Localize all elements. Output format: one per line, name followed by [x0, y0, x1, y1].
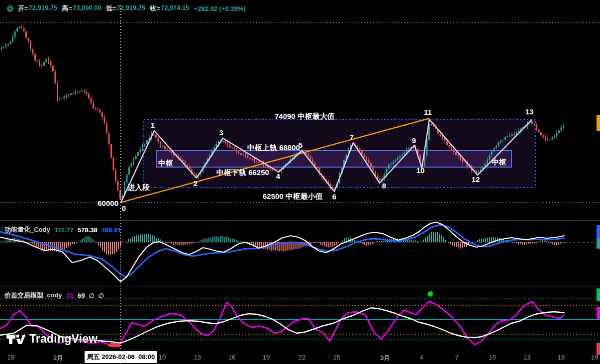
time-axis-label: 10: [159, 354, 166, 361]
chart-label: 13: [525, 107, 534, 116]
time-axis-label: 3月: [380, 354, 390, 363]
time-axis-label: 13: [523, 354, 530, 361]
chart-label: 62500 中枢最小值: [263, 192, 323, 200]
time-axis-label: 4: [419, 354, 423, 361]
chart-label: 中枢: [492, 158, 506, 166]
chart-label: 中枢: [158, 159, 173, 167]
chart-label: 1: [151, 121, 155, 129]
chart-canvas[interactable]: 01234567891011121374090 中枢最大值中枢上轨 68800中…: [0, 0, 600, 364]
chart-label: 0: [122, 204, 126, 212]
time-axis-label: 25: [333, 354, 340, 361]
time-axis-label: 22: [299, 354, 305, 361]
green-signal-dot: [428, 291, 433, 297]
time-axis-label: 10: [489, 354, 496, 361]
red-signal-capsule: [108, 343, 120, 347]
chart-label: 进入段: [127, 183, 150, 191]
time-axis[interactable]: 282月1013161922253月4710131619: [0, 350, 600, 364]
time-axis-label: 7: [455, 354, 458, 361]
time-axis-label: 2月: [53, 354, 63, 363]
chart-label: 74090 中枢最大值: [275, 112, 335, 120]
time-axis-label: 16: [558, 354, 565, 361]
chart-label: 3: [219, 128, 223, 137]
chart-label: 4: [276, 172, 281, 181]
chart-label: 2: [194, 179, 198, 187]
momentum-panel[interactable]: [0, 222, 600, 281]
tradingview-logo-icon: [6, 333, 26, 346]
time-axis-label: 28: [7, 354, 14, 361]
time-axis-label: 19: [263, 354, 270, 361]
chart-label: 10: [416, 166, 425, 175]
chart-label: 9: [412, 136, 416, 145]
chart-label: 60000: [98, 199, 118, 207]
time-axis-label: 13: [194, 354, 201, 361]
tradingview-chart-app: { "colors": { "background": "#000000", "…: [0, 0, 600, 364]
time-axis-label: 19: [591, 354, 598, 361]
chart-label: 11: [424, 108, 432, 116]
tradingview-logo-text: TradingView: [29, 332, 98, 346]
chart-label: 12: [472, 175, 480, 183]
time-axis-label: 16: [228, 354, 235, 361]
chart-label: 8: [382, 182, 386, 190]
tradingview-logo[interactable]: TradingView: [6, 332, 98, 346]
chart-label: 7: [350, 133, 354, 141]
chart-label: 中枢下轨 66250: [216, 168, 269, 177]
chart-label: 中枢上轨 68800: [247, 143, 300, 152]
chart-label: 6: [332, 192, 336, 201]
